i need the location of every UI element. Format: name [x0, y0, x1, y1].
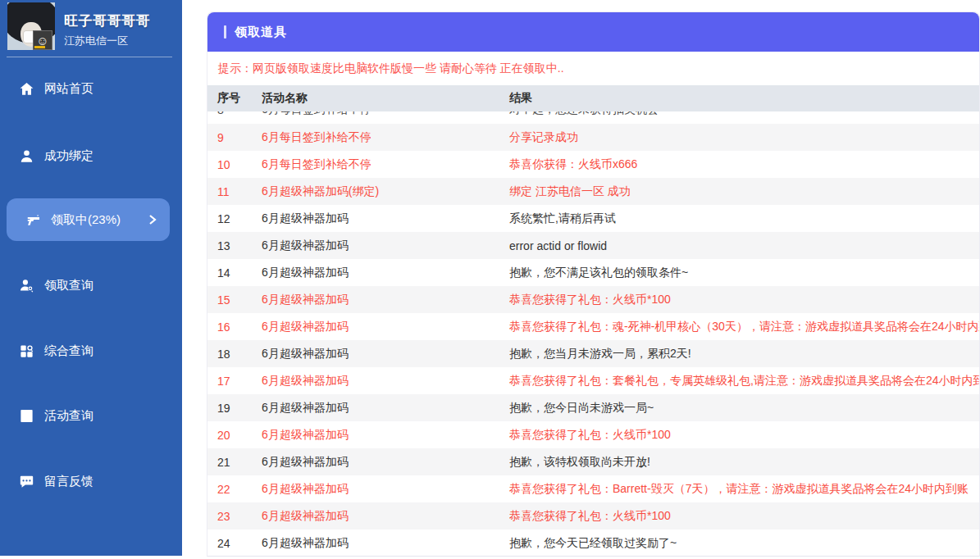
table-header: 序号 活动名称 结果	[207, 85, 979, 111]
sidebar-item-label: 综合查询	[44, 343, 93, 359]
column-header-activity: 活动名称	[262, 91, 509, 106]
row-seq: 11	[217, 185, 262, 198]
sidebar-item-home[interactable]: 网站首页	[0, 67, 182, 110]
claim-panel: 领取道具 提示：网页版领取速度比电脑软件版慢一些 请耐心等待 正在领取中.. 序…	[207, 11, 980, 557]
table-row: 14 6月超级神器加码 抱歉，您不满足该礼包的领取条件~	[207, 259, 979, 286]
row-result: 抱歉，您当月未游戏一局，累积2天!	[509, 347, 979, 361]
sidebar-item-label: 留言反馈	[44, 474, 93, 489]
gun-icon	[25, 211, 41, 228]
sidebar-item-label: 成功绑定	[44, 148, 93, 164]
sidebar-item-feedback[interactable]: 留言反馈	[0, 460, 182, 502]
row-activity: 6月每日签到补给不停	[262, 111, 509, 117]
table-row: 24 6月超级神器加码 抱歉，您今天已经领取过奖励了~	[207, 529, 979, 557]
chat-icon	[18, 473, 34, 489]
table-row: 9 6月每日签到补给不停 分享记录成功	[207, 124, 979, 151]
row-seq: 12	[217, 212, 262, 225]
sidebar-item-activity-query[interactable]: 活动查询	[0, 394, 182, 437]
table-row: 22 6月超级神器加码 恭喜您获得了礼包：Barrett-毁灭（7天），请注意：…	[207, 475, 979, 502]
panel-title: 领取道具	[235, 25, 287, 40]
row-seq: 10	[217, 158, 262, 171]
row-activity: 6月超级神器加码	[262, 455, 509, 470]
row-activity: 6月每日签到补给不停	[262, 130, 509, 145]
row-activity: 6月超级神器加码	[262, 536, 509, 551]
table-row: 10 6月每日签到补给不停 恭喜你获得：火线币x666	[207, 151, 979, 178]
sidebar-item-claim-query[interactable]: 领取查询	[0, 264, 182, 307]
row-activity: 6月超级神器加码	[262, 482, 509, 497]
panel-header: 领取道具	[207, 12, 979, 52]
row-seq: 13	[217, 239, 262, 252]
table-row: 18 6月超级神器加码 抱歉，您当月未游戏一局，累积2天!	[207, 340, 979, 367]
row-result: 恭喜你获得：火线币x666	[509, 157, 979, 172]
row-seq: 17	[217, 375, 262, 388]
row-seq: 9	[217, 131, 262, 144]
user-name: 旺子哥哥哥哥	[64, 11, 150, 30]
chevron-right-icon	[148, 214, 157, 225]
user-icon	[18, 148, 34, 164]
column-header-result: 结果	[509, 91, 979, 106]
home-icon	[18, 80, 34, 97]
row-result: 恭喜您获得了礼包：Barrett-毁灭（7天），请注意：游戏虚拟道具奖品将会在2…	[509, 482, 979, 497]
row-result: 抱歉，您今日尚未游戏一局~	[509, 401, 979, 416]
row-seq: 8	[217, 111, 262, 116]
results-scroll-area[interactable]: 86月每日签到补给不停对不起，您还未获得抽奖机会 9 6月每日签到补给不停 分享…	[207, 111, 979, 557]
row-activity: 6月超级神器加码	[262, 509, 509, 524]
row-result: 恭喜您获得了礼包：火线币*100	[509, 509, 979, 524]
row-result: 绑定 江苏电信一区 成功	[509, 184, 979, 199]
row-result: 系统繁忙,请稍后再试	[509, 211, 979, 226]
user-profile: ☺ 旺子哥哥哥哥 江苏电信一区	[7, 2, 175, 53]
row-result: 抱歉，该特权领取尚未开放!	[509, 455, 979, 470]
sidebar-item-label: 活动查询	[44, 408, 93, 424]
sidebar-item-claiming[interactable]: 领取中(23%)	[7, 198, 170, 241]
sidebar-item-label: 领取查询	[44, 278, 93, 293]
row-result: 恭喜您获得了礼包：套餐礼包，专属英雄级礼包,请注意：游戏虚拟道具奖品将会在24小…	[509, 374, 979, 389]
table-row: 20 6月超级神器加码 恭喜您获得了礼包：火线币*100	[207, 421, 979, 448]
table-row: 17 6月超级神器加码 恭喜您获得了礼包：套餐礼包，专属英雄级礼包,请注意：游戏…	[207, 367, 979, 394]
table-row: 13 6月超级神器加码 error actid or flowid	[207, 232, 979, 259]
divider	[7, 57, 172, 57]
row-seq: 18	[217, 348, 262, 361]
row-activity: 6月超级神器加码	[262, 347, 509, 361]
row-activity: 6月超级神器加码	[262, 266, 509, 280]
sidebar: ☺ 旺子哥哥哥哥 江苏电信一区 网站首页 成功绑定 领取中(23%) 领取查询	[0, 0, 182, 556]
table-row: 15 6月超级神器加码 恭喜您获得了礼包：火线币*100	[207, 286, 979, 313]
table-row: 11 6月超级神器加码(绑定) 绑定 江苏电信一区 成功	[207, 178, 979, 205]
column-header-seq: 序号	[217, 91, 262, 106]
row-seq: 16	[217, 320, 262, 334]
row-seq: 19	[217, 402, 262, 415]
row-seq: 20	[217, 429, 262, 442]
row-result: 恭喜您获得了礼包：火线币*100	[509, 293, 979, 307]
user-search-icon	[18, 277, 34, 293]
table-row: 86月每日签到补给不停对不起，您还未获得抽奖机会	[207, 111, 979, 123]
row-activity: 6月超级神器加码	[262, 401, 509, 416]
row-seq: 22	[217, 483, 262, 496]
row-activity: 6月超级神器加码	[262, 320, 509, 334]
claim-progress-tip: 提示：网页版领取速度比电脑软件版慢一些 请耐心等待 正在领取中..	[207, 52, 979, 85]
row-seq: 23	[217, 510, 262, 523]
document-icon	[18, 407, 34, 424]
partially-scrolled-row: 86月每日签到补给不停对不起，您还未获得抽奖机会	[207, 111, 979, 124]
row-result: 抱歉，您不满足该礼包的领取条件~	[509, 266, 979, 280]
row-activity: 6月超级神器加码	[262, 374, 509, 389]
row-seq: 14	[217, 266, 262, 280]
user-server: 江苏电信一区	[64, 34, 128, 48]
row-seq: 15	[217, 293, 262, 307]
sidebar-item-combined-query[interactable]: 综合查询	[0, 329, 182, 372]
table-row: 12 6月超级神器加码 系统繁忙,请稍后再试	[207, 205, 979, 232]
table-row: 23 6月超级神器加码 恭喜您获得了礼包：火线币*100	[207, 502, 979, 529]
row-seq: 21	[217, 456, 262, 469]
row-result: 恭喜您获得了礼包：火线币*100	[509, 428, 979, 443]
row-seq: 24	[217, 537, 262, 550]
row-activity: 6月超级神器加码	[262, 211, 509, 226]
row-activity: 6月超级神器加码	[262, 293, 509, 307]
table-row: 19 6月超级神器加码 抱歉，您今日尚未游戏一局~	[207, 394, 979, 421]
sidebar-item-label: 网站首页	[44, 81, 93, 97]
title-bar-accent	[224, 25, 226, 39]
row-result: error actid or flowid	[509, 239, 979, 252]
table-row: 16 6月超级神器加码 恭喜您获得了礼包：魂-死神-机甲核心（30天），请注意：…	[207, 313, 979, 340]
smiley-emoji-icon: ☺	[33, 30, 52, 50]
row-result: 分享记录成功	[509, 130, 979, 145]
row-activity: 6月超级神器加码	[262, 428, 509, 443]
row-activity: 6月每日签到补给不停	[262, 157, 509, 172]
sidebar-item-bind[interactable]: 成功绑定	[0, 134, 182, 177]
sidebar-item-label: 领取中(23%)	[51, 212, 121, 228]
